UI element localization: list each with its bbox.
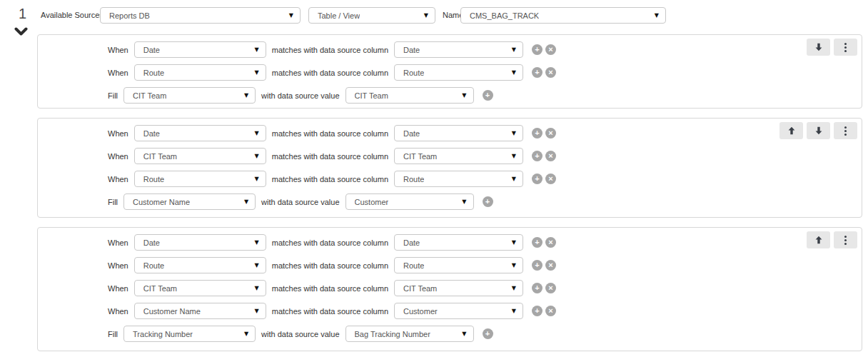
caret-icon: ▼ — [512, 46, 516, 53]
remove-condition-icon[interactable]: × — [545, 44, 556, 55]
menu-button[interactable] — [834, 231, 857, 248]
name-select[interactable]: CMS_BAG_TRACK ▼ — [460, 7, 666, 24]
remove-condition-icon[interactable]: × — [545, 237, 556, 248]
add-condition-icon[interactable]: + — [532, 151, 542, 161]
when-row: WhenRoute▼matches with data source colum… — [108, 64, 862, 81]
caret-icon: ▼ — [244, 331, 248, 337]
add-fill-icon[interactable]: + — [483, 90, 493, 101]
fill-label: Fill — [108, 330, 118, 338]
source-column-select-value: Date — [403, 129, 420, 138]
remove-condition-icon[interactable]: × — [545, 128, 556, 139]
when-row: WhenRoute▼matches with data source colum… — [108, 171, 862, 187]
fill-field-select-value: CIT Team — [133, 91, 166, 100]
source-value-select[interactable]: Customer▼ — [345, 193, 474, 210]
when-column-select[interactable]: Route▼ — [134, 257, 266, 273]
move-up-button[interactable] — [807, 231, 830, 248]
row-icons: +× — [532, 151, 556, 161]
remove-condition-icon[interactable]: × — [545, 260, 556, 271]
caret-icon: ▼ — [424, 12, 428, 19]
source-column-select[interactable]: CIT Team▼ — [394, 148, 523, 164]
add-fill-icon[interactable]: + — [483, 196, 493, 207]
menu-button[interactable] — [834, 39, 857, 56]
fill-field-select[interactable]: Tracking Number▼ — [123, 326, 256, 342]
caret-icon: ▼ — [512, 176, 516, 182]
when-label: When — [108, 46, 128, 54]
when-column-select-value: Date — [143, 46, 160, 54]
row-icons: +× — [532, 67, 556, 78]
move-down-button[interactable] — [807, 122, 830, 139]
matches-label: matches with data source column — [272, 69, 388, 77]
when-column-select-value: CIT Team — [143, 152, 177, 161]
source-column-select[interactable]: Customer▼ — [394, 303, 523, 319]
remove-condition-icon[interactable]: × — [545, 283, 556, 293]
matches-label: matches with data source column — [272, 307, 388, 316]
menu-button[interactable] — [834, 122, 857, 139]
panel-actions — [779, 122, 857, 139]
add-condition-icon[interactable]: + — [532, 260, 542, 271]
row-icons: +× — [532, 260, 556, 271]
move-down-button[interactable] — [807, 39, 830, 56]
fill-row: FillCustomer Name▼with data source value… — [108, 193, 862, 210]
when-column-select[interactable]: CIT Team▼ — [134, 148, 266, 164]
caret-icon: ▼ — [512, 308, 516, 314]
move-up-button[interactable] — [779, 122, 803, 139]
add-condition-icon[interactable]: + — [532, 44, 542, 55]
available-sources-label: Available Sources — [41, 11, 104, 19]
add-condition-icon[interactable]: + — [532, 306, 542, 316]
row-icons: + — [483, 328, 493, 339]
matches-label: matches with data source column — [272, 152, 388, 161]
when-column-select[interactable]: Date▼ — [134, 234, 266, 251]
source-value-select[interactable]: CIT Team▼ — [345, 87, 474, 104]
matches-label: matches with data source column — [272, 129, 388, 138]
when-row: WhenDate▼matches with data source column… — [108, 41, 862, 58]
with-value-label: with data source value — [261, 198, 339, 206]
remove-condition-icon[interactable]: × — [545, 67, 556, 78]
add-condition-icon[interactable]: + — [532, 237, 542, 248]
fill-field-select[interactable]: CIT Team▼ — [123, 87, 256, 104]
when-column-select[interactable]: CIT Team▼ — [134, 280, 266, 296]
caret-icon: ▼ — [512, 239, 516, 246]
caret-icon: ▼ — [289, 12, 293, 19]
matches-label: matches with data source column — [272, 261, 388, 270]
when-label: When — [108, 284, 128, 293]
remove-condition-icon[interactable]: × — [545, 174, 556, 184]
add-condition-icon[interactable]: + — [532, 283, 542, 293]
when-column-select[interactable]: Route▼ — [134, 64, 266, 81]
available-sources-select[interactable]: Reports DB ▼ — [100, 7, 301, 24]
when-row: WhenCIT Team▼matches with data source co… — [108, 148, 862, 164]
when-column-select[interactable]: Customer Name▼ — [134, 303, 266, 319]
kebab-icon — [844, 43, 847, 52]
collapse-chevron-icon[interactable] — [14, 27, 28, 36]
fill-field-select-value: Tracking Number — [133, 330, 193, 338]
table-view-select[interactable]: Table / View ▼ — [308, 7, 435, 24]
source-column-select[interactable]: Date▼ — [394, 125, 523, 141]
remove-condition-icon[interactable]: × — [545, 151, 556, 161]
source-column-select[interactable]: Route▼ — [394, 171, 523, 187]
caret-icon: ▼ — [255, 176, 259, 182]
when-column-select[interactable]: Date▼ — [134, 125, 266, 141]
caret-icon: ▼ — [255, 285, 259, 291]
source-column-select[interactable]: CIT Team▼ — [394, 280, 523, 296]
add-condition-icon[interactable]: + — [532, 128, 542, 139]
matches-label: matches with data source column — [272, 175, 388, 183]
source-column-select[interactable]: Date▼ — [394, 41, 523, 58]
source-column-select[interactable]: Route▼ — [394, 257, 523, 273]
source-column-select-value: CIT Team — [403, 152, 437, 161]
add-condition-icon[interactable]: + — [532, 67, 542, 78]
source-column-select[interactable]: Route▼ — [394, 64, 523, 81]
when-column-select[interactable]: Date▼ — [134, 41, 266, 58]
source-column-select-value: Date — [403, 46, 420, 54]
caret-icon: ▼ — [655, 12, 659, 19]
name-value: CMS_BAG_TRACK — [470, 11, 539, 20]
row-icons: + — [483, 196, 493, 207]
when-column-select[interactable]: Route▼ — [134, 171, 266, 187]
fill-field-select[interactable]: Customer Name▼ — [123, 193, 256, 210]
source-value-select[interactable]: Bag Tracking Number▼ — [345, 326, 474, 342]
remove-condition-icon[interactable]: × — [545, 306, 556, 316]
caret-icon: ▼ — [462, 331, 466, 337]
caret-icon: ▼ — [255, 130, 259, 136]
add-fill-icon[interactable]: + — [483, 328, 493, 339]
when-row: WhenCustomer Name▼matches with data sour… — [108, 303, 862, 319]
source-column-select[interactable]: Date▼ — [394, 234, 523, 251]
add-condition-icon[interactable]: + — [532, 174, 542, 184]
